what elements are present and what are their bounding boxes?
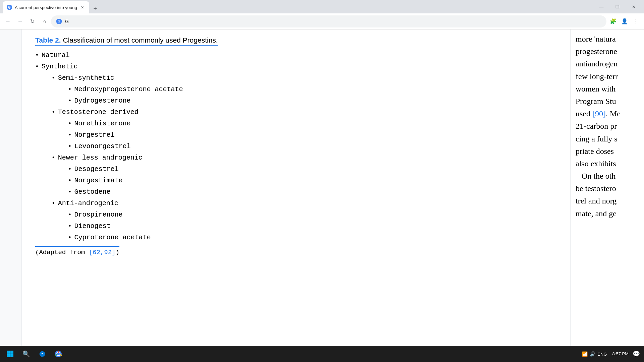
synthetic-group: Synthetic • Semi-synthetic [42, 61, 183, 243]
right-panel-text: more 'natura progesterone antiandrogen f… [576, 33, 639, 220]
table-label: Table 2. [35, 36, 61, 44]
left-sidebar [0, 29, 22, 350]
right-line-13: be testostero [576, 182, 639, 195]
profile-button[interactable]: 👤 [619, 16, 630, 27]
bullet-synthetic: • [35, 62, 39, 72]
edge-icon[interactable] [35, 347, 50, 361]
address-bar[interactable]: G [51, 15, 606, 27]
natural-label: Natural [42, 50, 70, 61]
progestins-list: • Natural • Synthetic • [35, 50, 557, 243]
list-item: • Norgestimate [68, 175, 143, 186]
url-input[interactable] [65, 19, 602, 24]
desogestrel-label: Desogestrel [74, 164, 118, 175]
bullet: • [68, 164, 72, 175]
footer-link[interactable]: [62,92] [89, 249, 116, 256]
tab-close-button[interactable]: ✕ [80, 5, 85, 10]
right-line-10: priate doses [576, 145, 639, 158]
browser-window: G A current perspective into young ✕ + —… [0, 0, 644, 362]
gestodene-label: Gestodene [74, 186, 110, 198]
list-item: • Levonorgestrel [68, 141, 139, 152]
svg-rect-5 [10, 351, 13, 354]
bullet-semi-synthetic: • [52, 73, 55, 83]
svg-rect-7 [10, 354, 13, 357]
toolbar-right-controls: 🧩 👤 ⋮ [608, 16, 641, 27]
medroxy-label: Medroxyprogesterone acetate [74, 84, 183, 95]
bullet: • [68, 176, 72, 186]
list-item-anti: • Anti-androgenic • Drospirenone [52, 198, 183, 243]
search-button[interactable]: 🔍 [19, 347, 34, 361]
extensions-button[interactable]: 🧩 [608, 16, 619, 27]
page-content-area: Table 2. Classification of most commonly… [0, 29, 644, 350]
bullet: • [68, 119, 72, 129]
list-item: • Medroxyprogesterone acetate [68, 84, 183, 95]
bullet: • [68, 187, 72, 197]
list-item: • Desogestrel [68, 164, 143, 175]
svg-text:G: G [58, 19, 60, 23]
norgestrel-label: Norgestrel [74, 129, 114, 141]
newer-group: Newer less androgenic • Desogestrel • [58, 152, 143, 198]
right-line-2: progesterone [576, 45, 639, 58]
list-item: • Norgestrel [68, 129, 139, 141]
minimize-button[interactable]: — [594, 0, 609, 13]
start-button[interactable] [3, 347, 17, 361]
forward-button[interactable]: → [15, 16, 25, 27]
tab-title: A current perspective into young [15, 5, 77, 10]
dienogest-label: Dienogest [74, 221, 110, 232]
home-button[interactable]: ⌂ [39, 16, 50, 27]
right-line-4: few long-terr [576, 70, 639, 83]
table-description: Classification of most commonly used Pro… [61, 36, 218, 44]
window-controls: — ❐ ✕ [594, 0, 641, 13]
system-clock[interactable]: 8:57 PM [612, 351, 629, 357]
list-item: • Dydrogesterone [68, 95, 183, 107]
levonorgestrel-label: Levonorgestrel [74, 141, 130, 152]
anti-group: Anti-androgenic • Drospirenone • [58, 198, 151, 243]
close-button[interactable]: ✕ [626, 0, 641, 13]
tab-strip: G A current perspective into young ✕ + [3, 0, 594, 13]
list-item-testosterone: • Testosterone derived • Norethisterone [52, 107, 183, 152]
newer-label: Newer less androgenic [58, 154, 143, 162]
svg-text:G: G [8, 6, 11, 9]
semi-synthetic-label: Semi-synthetic [58, 74, 114, 82]
right-line-11: also exhibits [576, 158, 639, 170]
bullet: • [68, 96, 72, 106]
active-tab[interactable]: G A current perspective into young ✕ [3, 1, 89, 13]
title-bar: G A current perspective into young ✕ + —… [0, 0, 644, 13]
bullet: • [68, 84, 72, 95]
footer-close: ) [115, 249, 119, 256]
right-line-1: more 'natura [576, 33, 639, 45]
taskbar-right: 📶 🔊 ENG 8:57 PM 💬 [579, 349, 641, 359]
list-item-natural: • Natural [35, 50, 557, 61]
time-display: 8:57 PM [612, 351, 629, 357]
synthetic-sub-list: • Semi-synthetic • Medroxyprogesterone a… [42, 72, 183, 243]
list-item: • Norethisterone [68, 118, 139, 129]
citation-link-90[interactable]: [90] [592, 109, 606, 118]
list-item-synthetic: • Synthetic • Semi-synthetic [35, 61, 557, 243]
svg-rect-4 [7, 351, 10, 354]
main-content: Table 2. Classification of most commonly… [22, 29, 570, 350]
right-line-9: cing a fully s [576, 133, 639, 145]
new-tab-button[interactable]: + [91, 4, 100, 13]
testosterone-items: • Norethisterone • Norgestrel [58, 118, 139, 152]
right-line-7: used [90]. Me [576, 108, 639, 120]
bullet-anti: • [52, 198, 55, 209]
back-button[interactable]: ← [3, 16, 13, 27]
norethisterone-label: Norethisterone [74, 118, 130, 129]
right-line-12: On the oth [576, 170, 639, 182]
semi-synthetic-group: Semi-synthetic • Medroxyprogesterone ace… [58, 72, 183, 107]
list-item: • Cyproterone acetate [68, 232, 151, 243]
reload-button[interactable]: ↻ [27, 16, 38, 27]
anti-label: Anti-androgenic [58, 199, 118, 207]
chrome-taskbar-icon[interactable] [51, 347, 66, 361]
notification-button[interactable]: 💬 [631, 349, 641, 359]
table-footer: (Adapted from [62,92]) [35, 246, 119, 256]
norgestimate-label: Norgestimate [74, 175, 122, 186]
bullet: • [68, 130, 72, 140]
footer-text: (Adapted from [35, 249, 89, 256]
maximize-button[interactable]: ❐ [610, 0, 625, 13]
menu-button[interactable]: ⋮ [631, 16, 641, 27]
bullet-testosterone: • [52, 107, 55, 118]
volume-icon: 🔊 [590, 351, 595, 357]
taskbar: 🔍 📶 🔊 ENG 8:5 [0, 346, 644, 362]
right-line-15: mate, and ge [576, 207, 639, 220]
list-item: • Gestodene [68, 186, 143, 198]
